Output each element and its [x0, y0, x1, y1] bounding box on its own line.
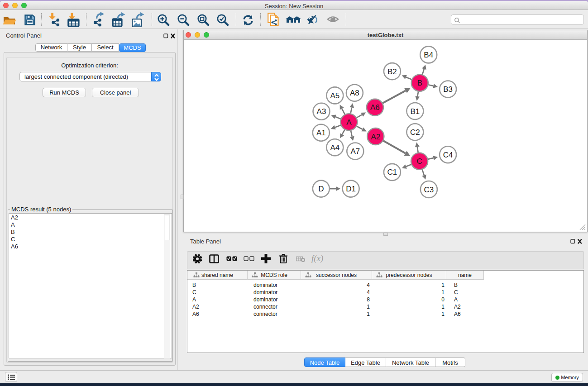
svg-text:C3: C3 — [424, 186, 434, 194]
svg-text:A7: A7 — [350, 147, 360, 156]
svg-text:C4: C4 — [443, 151, 453, 159]
svg-text:A6: A6 — [370, 103, 380, 112]
svg-text:B3: B3 — [443, 85, 453, 94]
svg-text:B2: B2 — [387, 67, 397, 76]
svg-text:B1: B1 — [411, 107, 420, 116]
svg-text:A5: A5 — [330, 91, 339, 100]
svg-text:B4: B4 — [424, 51, 433, 59]
svg-text:A: A — [346, 118, 352, 127]
svg-text:C2: C2 — [410, 128, 420, 137]
svg-text:A2: A2 — [371, 133, 380, 141]
svg-text:A4: A4 — [330, 143, 339, 152]
svg-text:D: D — [318, 185, 324, 193]
svg-text:A1: A1 — [316, 129, 326, 137]
svg-text:A8: A8 — [350, 89, 359, 97]
svg-text:A3: A3 — [317, 107, 326, 116]
svg-text:B: B — [417, 79, 422, 87]
svg-text:C: C — [416, 157, 422, 166]
svg-text:D1: D1 — [346, 185, 356, 193]
svg-text:C1: C1 — [387, 168, 397, 176]
